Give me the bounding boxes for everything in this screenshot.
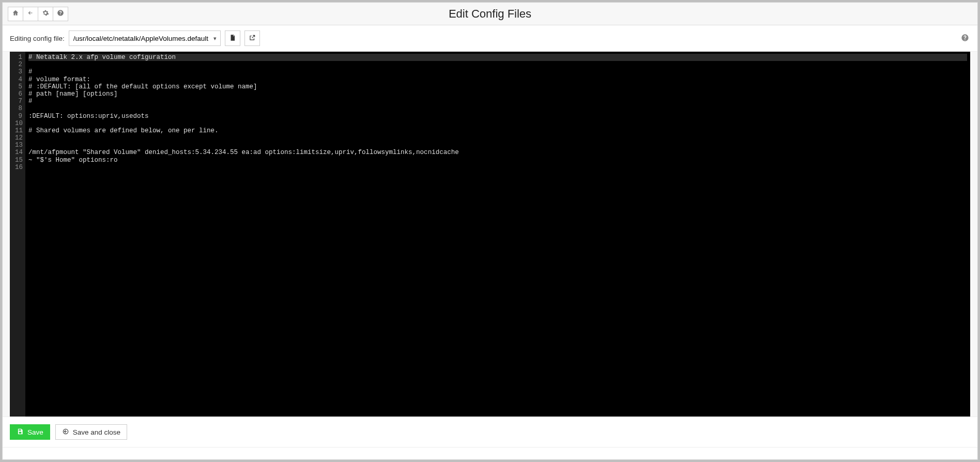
line-number: 6	[15, 90, 22, 98]
home-icon	[12, 9, 19, 18]
line-number: 11	[15, 127, 22, 134]
code-line[interactable]: # volume format:	[28, 76, 967, 83]
code-line[interactable]: ~ "$'s Home" options:ro	[28, 157, 967, 164]
line-number: 15	[15, 157, 22, 164]
back-button[interactable]	[23, 7, 38, 21]
code-line[interactable]: # Shared volumes are defined below, one …	[28, 127, 967, 134]
code-line[interactable]: # path [name] [options]	[28, 90, 967, 98]
home-button[interactable]	[8, 7, 23, 21]
code-line[interactable]	[28, 61, 967, 68]
line-number: 7	[15, 98, 22, 105]
open-external-button[interactable]	[244, 30, 260, 46]
question-circle-icon	[961, 34, 969, 43]
line-number: 4	[15, 76, 22, 83]
search-file-icon	[229, 34, 236, 43]
toolbar: Editing config file: /usr/local/etc/neta…	[3, 25, 977, 52]
code-line[interactable]: :DEFAULT: options:upriv,usedots	[28, 113, 967, 120]
back-arrow-icon	[27, 9, 34, 18]
line-number-gutter: 12345678910111213141516	[10, 52, 25, 417]
find-in-file-button[interactable]	[225, 30, 240, 46]
editing-file-label: Editing config file:	[10, 35, 65, 42]
header-bar: Edit Config Files	[3, 3, 977, 25]
config-file-select-wrap: /usr/local/etc/netatalk/AppleVolumes.def…	[69, 30, 221, 46]
external-link-icon	[249, 34, 256, 43]
code-editor[interactable]: 12345678910111213141516 # Netatalk 2.x a…	[10, 52, 970, 417]
line-number: 8	[15, 105, 22, 112]
code-line[interactable]: # Netatalk 2.x afp volume cofiguration	[28, 54, 967, 61]
code-line[interactable]	[28, 164, 967, 171]
line-number: 12	[15, 134, 22, 142]
code-line[interactable]: /mnt/afpmount "Shared Volume" denied_hos…	[28, 149, 967, 156]
line-number: 16	[15, 164, 22, 171]
circle-arrow-icon	[62, 428, 69, 437]
code-line[interactable]	[28, 142, 967, 149]
line-number: 14	[15, 149, 22, 156]
line-number: 10	[15, 120, 22, 127]
line-number: 5	[15, 83, 22, 90]
gear-icon	[42, 9, 49, 18]
save-and-close-button[interactable]: Save and close	[55, 424, 127, 440]
code-content[interactable]: # Netatalk 2.x afp volume cofiguration #…	[25, 52, 970, 417]
code-line[interactable]: #	[28, 98, 967, 105]
page-title: Edit Config Files	[3, 7, 977, 21]
save-button-label: Save	[27, 428, 43, 436]
settings-button[interactable]	[38, 7, 53, 21]
code-line[interactable]	[28, 105, 967, 112]
code-line[interactable]: #	[28, 68, 967, 75]
line-number: 1	[15, 54, 22, 61]
code-line[interactable]	[28, 134, 967, 142]
line-number: 9	[15, 113, 22, 120]
help-button[interactable]	[53, 7, 68, 21]
save-icon	[17, 428, 24, 437]
code-line[interactable]: # :DEFAULT: [all of the default options …	[28, 83, 967, 90]
footer-actions: Save Save and close	[3, 417, 977, 447]
code-line[interactable]	[28, 120, 967, 127]
line-number: 2	[15, 61, 22, 68]
line-number: 13	[15, 142, 22, 149]
question-icon	[57, 9, 64, 18]
toolbar-help-button[interactable]	[960, 33, 970, 43]
bottom-spacer	[3, 447, 977, 459]
config-file-select[interactable]: /usr/local/etc/netatalk/AppleVolumes.def…	[69, 30, 221, 46]
save-and-close-label: Save and close	[73, 428, 120, 436]
save-button[interactable]: Save	[10, 424, 50, 440]
line-number: 3	[15, 68, 22, 75]
